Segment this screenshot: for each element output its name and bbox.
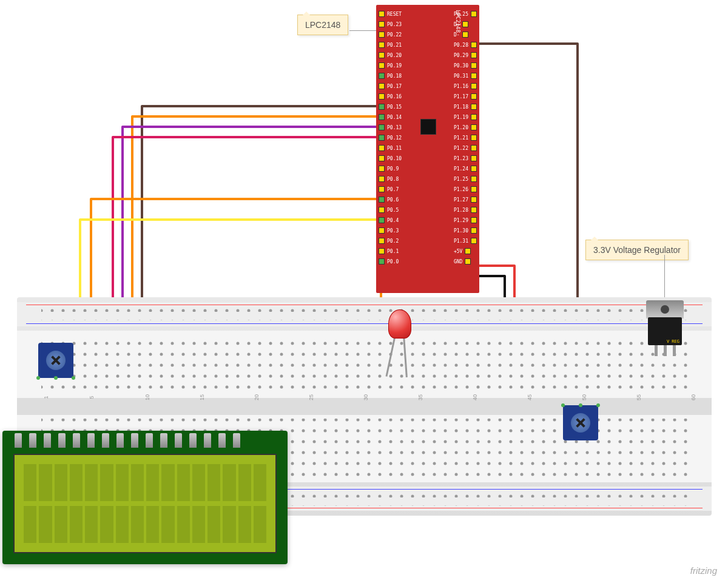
lpc-pin-p1-18: P1.18 xyxy=(454,103,477,111)
lpc-pin-p0-5: P0.5 xyxy=(379,206,402,214)
lpc-pin-p0-2: P0.2 xyxy=(379,237,402,245)
lpc-pin-p1-21: P1.21 xyxy=(454,133,477,142)
lcd-16x2 xyxy=(2,431,288,564)
lcd-screen xyxy=(13,454,277,553)
lpc-pin-p1-31: P1.31 xyxy=(454,237,477,245)
lpc-pin-p0-31: P0.31 xyxy=(454,72,477,80)
lcd-pin-6 xyxy=(87,433,95,448)
lpc-pin-p1-27: P1.27 xyxy=(454,195,477,204)
lcd-pin-16 xyxy=(233,433,240,448)
lpc-pin-d-: D- xyxy=(454,30,477,39)
lpc-pin-p1-20: P1.20 xyxy=(454,123,477,132)
svg-rect-3 xyxy=(41,335,693,393)
lpc-pins-right: P0.25D+D-P0.28P0.29P0.30P0.31P1.16P1.17P… xyxy=(454,10,477,266)
lcd-pin-5 xyxy=(73,433,80,448)
lpc-pin-p1-17: P1.17 xyxy=(454,92,477,101)
lpc-pin-p0-4: P0.4 xyxy=(379,216,402,224)
lpc-pin-p0-3: P0.3 xyxy=(379,226,402,235)
svg-rect-1 xyxy=(41,306,693,312)
lpc-pin-p1-26: P1.26 xyxy=(454,185,477,194)
lpc-pin-p1-30: P1.30 xyxy=(454,226,477,235)
lcd-pin-10 xyxy=(146,433,153,448)
lpc-pin-p0-8: P0.8 xyxy=(379,175,402,183)
lpc-chip-icon xyxy=(420,119,436,135)
lpc-pin-p1-23: P1.23 xyxy=(454,154,477,163)
lpc-pin-p1-22: P1.22 xyxy=(454,144,477,152)
lcd-pins xyxy=(15,433,240,448)
lpc-pin-p1-25: P1.25 xyxy=(454,175,477,183)
lpc-pin-p0-30: P0.30 xyxy=(454,61,477,70)
lpc-pin-p0-14: P0.14 xyxy=(379,113,402,121)
lpc-pin-p0-21: P0.21 xyxy=(379,41,402,49)
lpc-pin-p0-22: P0.22 xyxy=(379,30,402,39)
fritzing-watermark: fritzing xyxy=(690,565,717,576)
lcd-pin-11 xyxy=(160,433,167,448)
lpc-pin-p0-0: P0.0 xyxy=(379,257,402,266)
lpc2148-board: LPC2148 RESETP0.23P0.22P0.21P0.20P0.19P0… xyxy=(376,5,479,293)
lpc-pin-reset: RESET xyxy=(379,10,402,18)
lpc-pin-p0-13: P0.13 xyxy=(379,123,402,132)
pot-lcd-contrast xyxy=(38,343,73,378)
lcd-pin-4 xyxy=(58,433,66,448)
lpc-pin-d: D+ xyxy=(454,20,477,29)
diagram-canvas: LPC2148 3.3V Voltage Regulator xyxy=(0,0,728,583)
lpc-pin-p1-28: P1.28 xyxy=(454,206,477,214)
lpc-pin-p0-23: P0.23 xyxy=(379,20,402,29)
lpc-pin-p0-7: P0.7 xyxy=(379,185,402,194)
lpc-pin-p1-19: P1.19 xyxy=(454,113,477,121)
lpc-pin-p1-24: P1.24 xyxy=(454,164,477,173)
lpc-pin-p0-11: P0.11 xyxy=(379,144,402,152)
lpc-pin-p0-16: P0.16 xyxy=(379,92,402,101)
lpc-pin-p0-1: P0.1 xyxy=(379,247,402,255)
pot-adc-input xyxy=(563,405,598,440)
lcd-pin-2 xyxy=(29,433,36,448)
lpc-pin-p0-19: P0.19 xyxy=(379,61,402,70)
lcd-pin-1 xyxy=(15,433,22,448)
lpc-pin-5v: +5V xyxy=(454,247,477,255)
lcd-pin-15 xyxy=(218,433,226,448)
lpc-pin-p0-17: P0.17 xyxy=(379,82,402,90)
lpc-pin-p0-28: P0.28 xyxy=(454,41,477,49)
svg-rect-2 xyxy=(41,314,693,320)
lpc-pin-p0-29: P0.29 xyxy=(454,51,477,59)
lpc-pin-p0-6: P0.6 xyxy=(379,195,402,204)
lpc-pin-p1-29: P1.29 xyxy=(454,216,477,224)
led-bulb-icon xyxy=(388,309,411,339)
lcd-pin-9 xyxy=(131,433,138,448)
lpc-pin-p0-18: P0.18 xyxy=(379,72,402,80)
lcd-pin-7 xyxy=(102,433,109,448)
lcd-pin-13 xyxy=(189,433,197,448)
voltage-regulator-3v3: V REG xyxy=(646,300,684,355)
lpc-pin-p0-12: P0.12 xyxy=(379,133,402,142)
lcd-pin-3 xyxy=(44,433,51,448)
lcd-pin-8 xyxy=(116,433,124,448)
lcd-char-grid xyxy=(24,464,266,543)
lpc-pins-left: RESETP0.23P0.22P0.21P0.20P0.19P0.18P0.17… xyxy=(379,10,402,266)
lcd-pin-14 xyxy=(204,433,211,448)
lpc-pin-p0-10: P0.10 xyxy=(379,154,402,163)
lpc-pin-p0-20: P0.20 xyxy=(379,51,402,59)
lpc-pin-gnd: GND xyxy=(454,257,477,266)
lpc-pin-p1-16: P1.16 xyxy=(454,82,477,90)
lcd-pin-12 xyxy=(175,433,182,448)
lpc-pin-p0-9: P0.9 xyxy=(379,164,402,173)
lpc-pin-p0-25: P0.25 xyxy=(454,10,477,18)
lpc-pin-p0-15: P0.15 xyxy=(379,103,402,111)
